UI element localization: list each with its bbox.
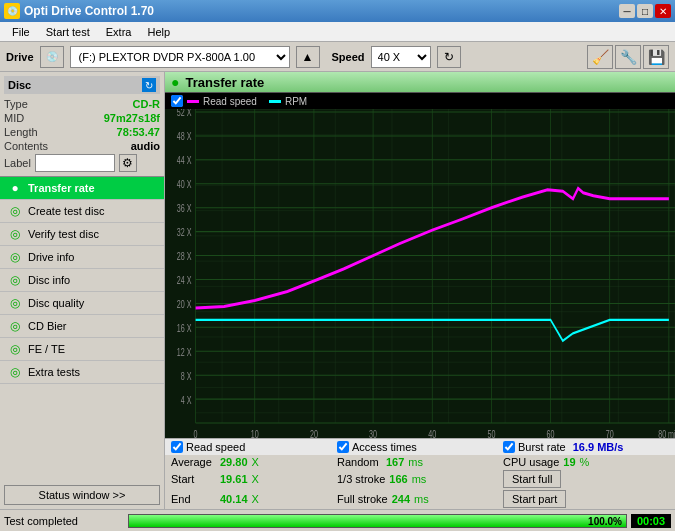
nav-icon-drive-info: ◎ — [8, 250, 22, 264]
rpm-legend-color — [269, 100, 281, 103]
menu-start-test[interactable]: Start test — [38, 25, 98, 39]
svg-text:40 X: 40 X — [177, 179, 192, 191]
svg-text:24 X: 24 X — [177, 275, 192, 287]
read-speed-check[interactable] — [171, 441, 183, 453]
transfer-rate-header: ● Transfer rate — [165, 72, 675, 93]
svg-text:10: 10 — [251, 429, 259, 438]
app-icon: 💿 — [4, 3, 20, 19]
full-stroke-unit: ms — [414, 493, 429, 505]
nav-item-disc-info[interactable]: ◎ Disc info — [0, 269, 164, 292]
end-unit: X — [252, 493, 259, 505]
svg-text:32 X: 32 X — [177, 227, 192, 239]
end-val: 40.14 — [220, 493, 248, 505]
minimize-button[interactable]: ─ — [619, 4, 635, 18]
random-val: 167 — [386, 456, 404, 468]
drive-label: Drive — [6, 51, 34, 63]
nav-item-extra-tests[interactable]: ◎ Extra tests — [0, 361, 164, 384]
mid-value: 97m27s18f — [104, 112, 160, 124]
svg-text:48 X: 48 X — [177, 131, 192, 143]
access-times-check-label: Access times — [352, 441, 417, 453]
eraser-button[interactable]: 🧹 — [587, 45, 613, 69]
drive-icon: 💿 — [40, 46, 64, 68]
close-button[interactable]: ✕ — [655, 4, 671, 18]
time-display: 00:03 — [631, 514, 671, 528]
drive-select[interactable]: (F:) PLEXTOR DVDR PX-800A 1.00 — [70, 46, 290, 68]
svg-text:70: 70 — [606, 429, 614, 438]
svg-text:50: 50 — [487, 429, 495, 438]
menu-help[interactable]: Help — [139, 25, 178, 39]
svg-text:80 min: 80 min — [658, 429, 675, 438]
svg-rect-1 — [196, 109, 675, 423]
disc-header: Disc — [8, 79, 31, 91]
tool-button[interactable]: 🔧 — [615, 45, 641, 69]
nav-icon-fe-te: ◎ — [8, 342, 22, 356]
svg-text:30: 30 — [369, 429, 377, 438]
label-gear-icon[interactable]: ⚙ — [119, 154, 137, 172]
nav-item-verify-test-disc[interactable]: ◎ Verify test disc — [0, 223, 164, 246]
label-input[interactable] — [35, 154, 115, 172]
cpu-unit: % — [580, 456, 590, 468]
burst-rate-value: 16.9 MB/s — [573, 441, 624, 453]
svg-text:16 X: 16 X — [177, 322, 192, 334]
chart-legend: Read speed RPM — [165, 93, 675, 109]
nav-label-create-test-disc: Create test disc — [28, 205, 104, 217]
nav-label-drive-info: Drive info — [28, 251, 74, 263]
stats-row-end: End 40.14 X Full stroke 244 ms Start par… — [165, 489, 675, 509]
read-speed-legend-label: Read speed — [203, 96, 257, 107]
refresh-button[interactable]: ↻ — [437, 46, 461, 68]
nav-label-verify-test-disc: Verify test disc — [28, 228, 99, 240]
nav-item-disc-quality[interactable]: ◎ Disc quality — [0, 292, 164, 315]
average-unit: X — [252, 456, 259, 468]
nav-label-cd-bier: CD Bier — [28, 320, 67, 332]
nav-icon-cd-bier: ◎ — [8, 319, 22, 333]
eject-button[interactable]: ▲ — [296, 46, 320, 68]
cpu-val: 19 — [563, 456, 575, 468]
disc-refresh-icon[interactable]: ↻ — [142, 78, 156, 92]
full-stroke-label: Full stroke — [337, 493, 388, 505]
svg-text:44 X: 44 X — [177, 155, 192, 167]
start-part-button[interactable]: Start part — [503, 490, 566, 508]
contents-label: Contents — [4, 140, 48, 152]
chart-area: 52 X 48 X 44 X 40 X 36 X 32 X 28 X 24 X … — [165, 109, 675, 438]
svg-text:12 X: 12 X — [177, 346, 192, 358]
window-title: Opti Drive Control 1.70 — [24, 4, 154, 18]
nav-item-transfer-rate[interactable]: ● Transfer rate — [0, 177, 164, 200]
nav-label-disc-quality: Disc quality — [28, 297, 84, 309]
nav-items: ● Transfer rate ◎ Create test disc ◎ Ver… — [0, 177, 164, 384]
svg-text:0: 0 — [194, 429, 198, 438]
end-label: End — [171, 493, 216, 505]
status-text: Test completed — [4, 515, 124, 527]
progress-text: 100.0% — [588, 515, 622, 526]
start-label: Start — [171, 473, 216, 485]
nav-item-drive-info[interactable]: ◎ Drive info — [0, 246, 164, 269]
svg-text:40: 40 — [428, 429, 436, 438]
type-label: Type — [4, 98, 28, 110]
nav-icon-verify-test-disc: ◎ — [8, 227, 22, 241]
nav-item-fe-te[interactable]: ◎ FE / TE — [0, 338, 164, 361]
nav-icon-disc-quality: ◎ — [8, 296, 22, 310]
nav-item-cd-bier[interactable]: ◎ CD Bier — [0, 315, 164, 338]
type-value: CD-R — [133, 98, 161, 110]
speed-label: Speed — [332, 51, 365, 63]
stats-row-average: Average 29.80 X Random 167 ms CPU usage … — [165, 455, 675, 469]
maximize-button[interactable]: □ — [637, 4, 653, 18]
nav-label-fe-te: FE / TE — [28, 343, 65, 355]
access-times-check[interactable] — [337, 441, 349, 453]
read-speed-checkbox[interactable] — [171, 95, 183, 107]
burst-rate-check[interactable] — [503, 441, 515, 453]
status-window-button[interactable]: Status window >> — [4, 485, 160, 505]
nav-item-create-test-disc[interactable]: ◎ Create test disc — [0, 200, 164, 223]
nav-icon-create-test-disc: ◎ — [8, 204, 22, 218]
menu-file[interactable]: File — [4, 25, 38, 39]
svg-text:8 X: 8 X — [181, 370, 192, 382]
random-unit: ms — [408, 456, 423, 468]
speed-select[interactable]: 40 X32 X24 X16 X — [371, 46, 431, 68]
save-button[interactable]: 💾 — [643, 45, 669, 69]
length-label: Length — [4, 126, 38, 138]
one-third-label: 1/3 stroke — [337, 473, 385, 485]
stats-row-start: Start 19.61 X 1/3 stroke 166 ms Start fu… — [165, 469, 675, 489]
svg-text:4 X: 4 X — [181, 394, 192, 406]
start-full-button[interactable]: Start full — [503, 470, 561, 488]
one-third-unit: ms — [412, 473, 427, 485]
menu-extra[interactable]: Extra — [98, 25, 140, 39]
